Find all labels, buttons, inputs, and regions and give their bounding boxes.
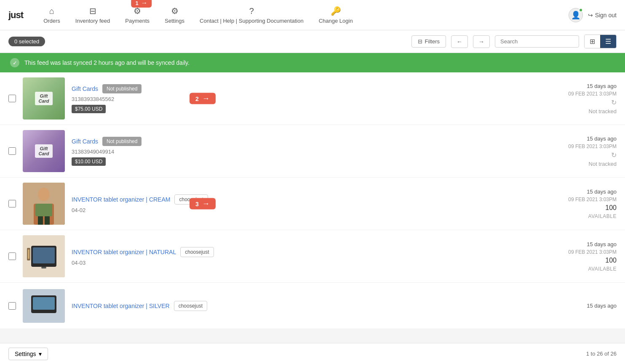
svg-rect-11 — [28, 250, 29, 259]
table-row: INVENTOR tablet organizer | SILVER choos… — [0, 283, 625, 329]
product-name-row: INVENTOR tablet organizer | SILVER choos… — [72, 301, 534, 311]
status-badge: choosejust — [174, 301, 207, 311]
logo: just — [8, 10, 23, 21]
next-page-button[interactable]: → — [473, 35, 490, 48]
product-name[interactable]: Gift Cards — [72, 85, 98, 92]
selected-count-badge: 0 selected — [8, 37, 45, 46]
settings-icon: ⚙ — [171, 6, 179, 16]
prev-page-button[interactable]: ← — [451, 35, 468, 48]
nav-changelogin[interactable]: 🔑 Change Login — [311, 2, 361, 28]
sync-message: This feed was last synced 2 hours ago an… — [24, 59, 190, 66]
product-name-row: Gift Cards Not published — [72, 84, 534, 93]
online-indicator — [579, 8, 583, 12]
product-sku: 04-02 — [72, 207, 534, 213]
product-image — [23, 183, 65, 225]
product-meta: 15 days ago — [541, 303, 617, 309]
svg-rect-9 — [41, 267, 46, 268]
row-checkbox[interactable] — [8, 200, 16, 207]
toolbar: 0 selected ⊟ Filters ← → ⊞ ☰ — [0, 30, 625, 53]
nav-changelogin-label: Change Login — [319, 18, 353, 24]
product-name[interactable]: Gift Cards — [72, 138, 98, 145]
svg-rect-4 — [38, 216, 43, 225]
nav-payments[interactable]: 1 ⚙ Payments — [118, 2, 157, 28]
date-label: 09 FEB 2021 3:03PM — [568, 91, 617, 97]
status-badge: Not published — [102, 137, 142, 146]
svg-rect-3 — [35, 204, 52, 216]
time-ago: 15 days ago — [587, 241, 617, 247]
product-info: INVENTOR tablet organizer | NATURAL choo… — [72, 247, 534, 266]
view-toggle: ⊞ ☰ — [584, 35, 617, 48]
avatar-icon: 👤 — [571, 11, 580, 20]
product-name[interactable]: INVENTOR tablet organizer | NATURAL — [72, 249, 176, 255]
stock-count: 100 — [605, 204, 617, 212]
price-badge: $75.00 USD — [72, 105, 106, 113]
row-checkbox[interactable] — [8, 252, 16, 260]
product-meta: 15 days ago 09 FEB 2021 3:03PM ↻ Not tra… — [541, 83, 617, 114]
list-icon: ☰ — [605, 38, 611, 45]
nav-orders[interactable]: ⌂ Orders — [36, 2, 68, 28]
product-name[interactable]: INVENTOR tablet organizer | SILVER — [72, 303, 170, 309]
right-arrow-icon: → — [478, 38, 484, 45]
nav-settings[interactable]: ⚙ Settings — [157, 2, 192, 28]
product-info: INVENTOR tablet organizer | CREAM choose… — [72, 194, 534, 213]
table-row: GiftCard Gift Cards Not published 313839… — [0, 125, 625, 178]
status-badge: choosejust — [174, 194, 208, 205]
product-name-row: INVENTOR tablet organizer | CREAM choose… — [72, 194, 534, 205]
date-label: 09 FEB 2021 3:03PM — [568, 197, 617, 202]
list-view-button[interactable]: ☰ — [600, 35, 616, 48]
stock-status: Not tracked — [589, 161, 617, 167]
nav-inventory[interactable]: ⊟ Inventory feed — [68, 2, 118, 28]
status-badge: choosejust — [180, 247, 214, 257]
stock-status: AVAILABLE — [588, 266, 617, 272]
sync-banner: ✓ This feed was last synced 2 hours ago … — [0, 53, 625, 72]
filter-icon: ⊟ — [418, 38, 422, 45]
time-ago: 15 days ago — [587, 189, 617, 195]
inventory-icon: ⊟ — [89, 6, 96, 16]
product-image — [23, 235, 65, 277]
filter-label: Filters — [425, 38, 440, 45]
annotation-badge-1: 1 — [131, 0, 152, 8]
sync-icon[interactable]: ↻ — [611, 151, 617, 159]
product-meta: 15 days ago 09 FEB 2021 3:03PM 100 AVAIL… — [541, 189, 617, 219]
sync-check-icon: ✓ — [10, 58, 19, 67]
table-row: INVENTOR tablet organizer | NATURAL choo… — [0, 230, 625, 283]
product-info: Gift Cards Not published 31383949049914 … — [72, 137, 534, 166]
stock-status: Not tracked — [589, 108, 617, 114]
svg-point-1 — [38, 188, 50, 201]
nav: ⌂ Orders ⊟ Inventory feed 1 ⚙ Payments ⚙… — [36, 2, 569, 28]
gift-card-label: GiftCard — [35, 92, 52, 105]
product-meta: 15 days ago 09 FEB 2021 3:03PM ↻ Not tra… — [541, 136, 617, 167]
product-list: GiftCard Gift Cards Not published 313839… — [0, 72, 625, 329]
filter-button[interactable]: ⊟ Filters — [411, 35, 446, 48]
key-icon: 🔑 — [331, 6, 341, 16]
row-checkbox[interactable] — [8, 95, 16, 102]
svg-rect-14 — [33, 297, 55, 310]
nav-orders-label: Orders — [43, 18, 60, 24]
product-image — [23, 289, 65, 323]
row-checkbox[interactable] — [8, 147, 16, 155]
product-name[interactable]: INVENTOR tablet organizer | CREAM — [72, 196, 170, 203]
product-image: GiftCard — [23, 77, 65, 120]
search-input[interactable] — [495, 35, 579, 48]
sync-icon[interactable]: ↻ — [611, 98, 617, 106]
gift-card-label: GiftCard — [35, 144, 52, 158]
grid-view-button[interactable]: ⊞ — [585, 35, 600, 48]
nav-inventory-label: Inventory feed — [75, 18, 110, 24]
time-ago: 15 days ago — [587, 83, 617, 89]
product-name-row: INVENTOR tablet organizer | NATURAL choo… — [72, 247, 534, 257]
nav-settings-label: Settings — [165, 18, 184, 24]
product-info: Gift Cards Not published 31383933845562 … — [72, 84, 534, 113]
table-row: INVENTOR tablet organizer | CREAM choose… — [0, 178, 625, 230]
stock-status: AVAILABLE — [588, 213, 617, 219]
nav-contact[interactable]: ? Contact | Help | Supporting Documentat… — [192, 2, 311, 28]
row-checkbox[interactable] — [8, 302, 16, 310]
svg-rect-8 — [33, 247, 55, 263]
price-badge: $10.00 USD — [72, 157, 106, 166]
header-right: 👤 ↪ Sign out — [569, 8, 617, 22]
status-badge: Not published — [102, 84, 142, 93]
sign-out-label: Sign out — [595, 12, 617, 19]
home-icon: ⌂ — [49, 6, 54, 16]
sign-out-button[interactable]: ↪ Sign out — [588, 12, 617, 19]
sign-out-icon: ↪ — [588, 12, 593, 19]
grid-icon: ⊞ — [590, 38, 595, 45]
